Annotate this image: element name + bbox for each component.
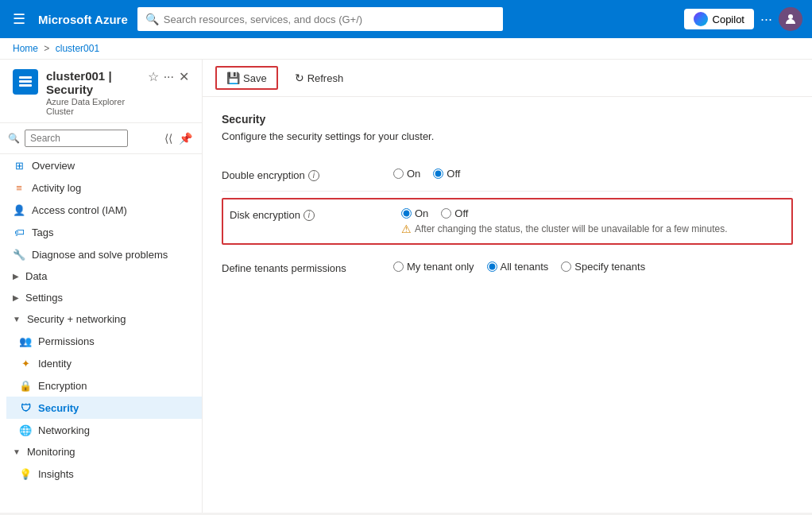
resource-subtitle: Azure Data Explorer Cluster: [46, 97, 140, 116]
monitoring-chevron-icon: ▼: [13, 447, 21, 456]
double-encryption-off-radio[interactable]: [433, 168, 443, 179]
save-button[interactable]: 💾 Save: [215, 66, 278, 90]
double-encryption-info-icon[interactable]: i: [308, 170, 319, 181]
main-content: 💾 Save ↻ Refresh Security Configure the …: [203, 60, 812, 513]
hamburger-menu[interactable]: ☰: [10, 7, 29, 31]
pin-sidebar-button[interactable]: 📌: [177, 130, 194, 146]
overview-icon: ⊞: [13, 159, 25, 172]
search-icon: 🔍: [145, 13, 159, 25]
global-search-box[interactable]: 🔍: [137, 7, 503, 31]
encryption-icon: 🔒: [19, 379, 32, 392]
warning-icon: ⚠: [401, 223, 412, 235]
brand-label: Microsoft Azure: [38, 13, 128, 26]
disk-encryption-off-radio[interactable]: [441, 208, 451, 219]
more-options-button[interactable]: ···: [760, 11, 772, 28]
double-encryption-on-option[interactable]: On: [393, 168, 420, 180]
security-networking-chevron-icon: ▼: [13, 315, 21, 323]
all-tenants-option[interactable]: All tenants: [487, 261, 549, 273]
sidebar-item-insights[interactable]: 💡 Insights: [6, 463, 202, 485]
close-panel-icon[interactable]: ✕: [179, 69, 189, 84]
svg-rect-2: [19, 80, 32, 83]
svg-point-0: [788, 14, 793, 19]
breadcrumb-cluster[interactable]: cluster001: [56, 43, 99, 54]
resource-header: cluster001 | Security Azure Data Explore…: [0, 60, 202, 123]
all-tenants-radio[interactable]: [487, 261, 497, 272]
sidebar-item-overview[interactable]: ⊞ Overview: [0, 154, 202, 176]
global-search-input[interactable]: [164, 14, 495, 25]
resource-title: cluster001 | Security: [46, 69, 140, 96]
tenants-controls: My tenant only All tenants Specify tenan…: [393, 261, 645, 273]
sidebar-item-activity-log[interactable]: ≡ Activity log: [0, 176, 202, 199]
tags-icon: 🏷: [13, 226, 25, 238]
double-encryption-row: Double encryption i On Off: [222, 158, 793, 192]
disk-encryption-radio-group: On Off: [401, 207, 728, 219]
sidebar-item-encryption[interactable]: 🔒 Encryption: [6, 374, 202, 397]
breadcrumb: Home > cluster001: [0, 38, 812, 60]
svg-rect-1: [19, 76, 32, 79]
sidebar-item-tags[interactable]: 🏷 Tags: [0, 221, 202, 243]
activity-log-icon: ≡: [13, 181, 25, 194]
user-avatar[interactable]: [779, 7, 802, 31]
disk-encryption-row: Disk encryption i On Off: [230, 207, 785, 235]
disk-encryption-info-icon[interactable]: i: [304, 210, 315, 221]
sidebar-section-data[interactable]: ▶ Data: [0, 265, 202, 287]
sidebar: cluster001 | Security Azure Data Explore…: [0, 60, 203, 513]
insights-icon: 💡: [19, 467, 32, 480]
copilot-label: Copilot: [713, 14, 744, 25]
tenants-permissions-row: Define tenants permissions My tenant onl…: [222, 251, 793, 284]
disk-encryption-on-option[interactable]: On: [401, 207, 428, 219]
sidebar-section-monitoring[interactable]: ▼ Monitoring: [0, 441, 202, 463]
networking-icon: 🌐: [19, 424, 32, 436]
sidebar-section-settings[interactable]: ▶ Settings: [0, 287, 202, 308]
resource-actions: ☆ ··· ✕: [148, 69, 189, 84]
sidebar-item-networking[interactable]: 🌐 Networking: [6, 419, 202, 441]
resource-type-icon: [13, 69, 38, 95]
tenants-radio-group: My tenant only All tenants Specify tenan…: [393, 261, 645, 273]
page-body: Security Configure the security settings…: [203, 97, 812, 513]
identity-icon: ✦: [19, 357, 32, 370]
sidebar-search-input[interactable]: [25, 130, 128, 147]
access-control-icon: 👤: [13, 203, 25, 216]
sidebar-search-actions: ⟨⟨ 📌: [163, 130, 194, 146]
resource-more-icon[interactable]: ···: [164, 70, 174, 84]
collapse-sidebar-button[interactable]: ⟨⟨: [163, 130, 174, 146]
sidebar-nav: ⊞ Overview ≡ Activity log 👤 Access contr…: [0, 154, 202, 513]
disk-encryption-on-radio[interactable]: [401, 208, 412, 219]
sidebar-search-icon: 🔍: [8, 133, 20, 144]
settings-chevron-icon: ▶: [13, 293, 19, 302]
sidebar-item-diagnose[interactable]: 🔧 Diagnose and solve problems: [0, 243, 202, 265]
specify-tenants-option[interactable]: Specify tenants: [561, 261, 645, 273]
sidebar-section-security-networking[interactable]: ▼ Security + networking: [0, 308, 202, 330]
sidebar-item-permissions[interactable]: 👥 Permissions: [6, 330, 202, 352]
tenants-permissions-label: Define tenants permissions: [222, 261, 381, 274]
sidebar-item-security[interactable]: 🛡 Security: [6, 397, 202, 419]
sidebar-item-identity[interactable]: ✦ Identity: [6, 352, 202, 374]
favorite-star-icon[interactable]: ☆: [148, 69, 159, 84]
refresh-button[interactable]: ↻ Refresh: [284, 67, 354, 89]
refresh-icon: ↻: [295, 72, 304, 84]
specify-tenants-radio[interactable]: [561, 261, 571, 272]
sidebar-item-access-control[interactable]: 👤 Access control (IAM): [0, 199, 202, 221]
main-container: cluster001 | Security Azure Data Explore…: [0, 60, 812, 513]
save-icon: 💾: [226, 72, 240, 84]
resource-title-block: cluster001 | Security Azure Data Explore…: [46, 69, 140, 116]
my-tenant-radio[interactable]: [393, 261, 404, 272]
breadcrumb-sep1: >: [44, 43, 49, 54]
data-chevron-icon: ▶: [13, 272, 19, 281]
section-desc: Configure the security settings for your…: [222, 130, 793, 142]
double-encryption-radio-group: On Off: [393, 168, 460, 180]
double-encryption-label: Double encryption i: [222, 168, 381, 181]
diagnose-icon: 🔧: [13, 248, 25, 261]
double-encryption-off-option[interactable]: Off: [433, 168, 460, 180]
double-encryption-controls: On Off: [393, 168, 460, 180]
copilot-button[interactable]: Copilot: [684, 9, 754, 29]
disk-encryption-off-option[interactable]: Off: [441, 207, 468, 219]
toolbar: 💾 Save ↻ Refresh: [203, 60, 812, 97]
security-networking-children: 👥 Permissions ✦ Identity 🔒 Encryption 🛡 …: [0, 330, 202, 441]
sidebar-search-bar: 🔍 ⟨⟨ 📌: [0, 123, 202, 154]
monitoring-children: 💡 Insights: [0, 463, 202, 485]
breadcrumb-home[interactable]: Home: [13, 43, 38, 54]
my-tenant-option[interactable]: My tenant only: [393, 261, 474, 273]
double-encryption-on-radio[interactable]: [393, 168, 404, 179]
svg-rect-3: [19, 84, 32, 87]
